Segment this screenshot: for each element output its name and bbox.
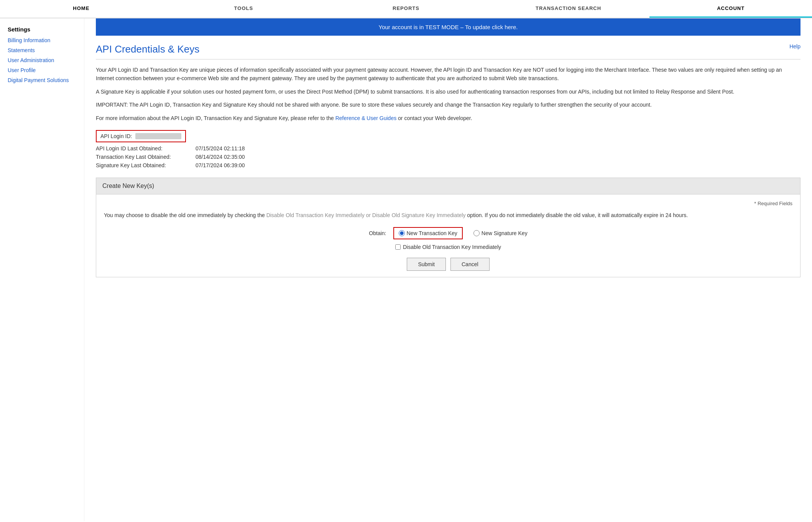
divider bbox=[96, 59, 800, 59]
sidebar-heading: Settings bbox=[8, 26, 76, 33]
nav-tools[interactable]: TOOLS bbox=[163, 0, 325, 18]
submit-button[interactable]: Submit bbox=[407, 258, 446, 271]
page-header: API Credentials & Keys Help bbox=[96, 43, 800, 55]
create-keys-body: * Required Fields You may choose to disa… bbox=[96, 194, 800, 277]
radio-new-tx-key[interactable] bbox=[399, 230, 405, 236]
api-login-id-box: API Login ID: bbox=[96, 130, 186, 142]
help-link[interactable]: Help bbox=[789, 43, 800, 49]
sig-key-last-row: Signature Key Last Obtained: 07/17/2024 … bbox=[96, 162, 800, 168]
info-section: API Login ID: API Login ID Last Obtained… bbox=[96, 130, 800, 168]
main-content: Your account is in TEST MODE – To update… bbox=[84, 18, 812, 521]
description-3: IMPORTANT: The API Login ID, Transaction… bbox=[96, 100, 800, 109]
disable-old-key-link[interactable]: Disable Old Transaction Key Immediately … bbox=[266, 212, 466, 218]
nav-account[interactable]: ACCOUNT bbox=[649, 0, 812, 18]
sidebar-item-billing[interactable]: Billing Information bbox=[8, 37, 76, 43]
sig-key-last-label: Signature Key Last Obtained: bbox=[96, 162, 196, 168]
description-4: For more information about the API Login… bbox=[96, 114, 800, 122]
required-fields-label: * Required Fields bbox=[104, 201, 792, 206]
disable-old-tx-key-checkbox[interactable] bbox=[395, 244, 401, 250]
radio-new-sig-key-label[interactable]: New Signature Key bbox=[473, 230, 528, 236]
nav-home[interactable]: HOME bbox=[0, 0, 163, 18]
tx-key-last-value: 08/14/2024 02:35:00 bbox=[196, 154, 245, 160]
new-transaction-key-box: New Transaction Key bbox=[393, 227, 463, 239]
nav-transaction-search[interactable]: TRANSACTION SEARCH bbox=[487, 0, 650, 18]
radio-new-sig-key[interactable] bbox=[473, 230, 480, 236]
api-login-last-value: 07/15/2024 02:11:18 bbox=[196, 145, 245, 151]
buttons-row: Submit Cancel bbox=[104, 258, 792, 271]
api-login-value-redacted bbox=[135, 133, 181, 139]
radio-new-tx-key-text: New Transaction Key bbox=[407, 230, 457, 236]
tx-key-last-label: Transaction Key Last Obtained: bbox=[96, 154, 196, 160]
description-2: A Signature Key is applicable if your so… bbox=[96, 87, 800, 96]
sidebar-item-statements[interactable]: Statements bbox=[8, 47, 76, 53]
create-keys-heading: Create New Key(s) bbox=[96, 178, 800, 194]
checkbox-row: Disable Old Transaction Key Immediately bbox=[104, 244, 792, 250]
obtain-label: Obtain: bbox=[369, 230, 386, 236]
description-1: Your API Login ID and Transaction Key ar… bbox=[96, 66, 800, 83]
api-login-label: API Login ID: bbox=[100, 133, 132, 139]
cancel-button[interactable]: Cancel bbox=[450, 258, 490, 271]
sidebar-item-user-admin[interactable]: User Administration bbox=[8, 57, 76, 63]
api-login-last-label: API Login ID Last Obtained: bbox=[96, 145, 196, 151]
obtain-row: Obtain: New Transaction Key New Signatur… bbox=[104, 227, 792, 239]
create-keys-description: You may choose to disable the old one im… bbox=[104, 211, 792, 219]
radio-new-tx-key-label[interactable]: New Transaction Key bbox=[399, 230, 457, 236]
top-navigation: HOME TOOLS REPORTS TRANSACTION SEARCH AC… bbox=[0, 0, 812, 18]
sig-key-last-value: 07/17/2024 06:39:00 bbox=[196, 162, 245, 168]
page-title: API Credentials & Keys bbox=[96, 43, 199, 55]
page-layout: Settings Billing Information Statements … bbox=[0, 18, 812, 521]
sidebar-item-digital-payment[interactable]: Digital Payment Solutions bbox=[8, 77, 76, 83]
sidebar-item-user-profile[interactable]: User Profile bbox=[8, 67, 76, 73]
test-mode-banner[interactable]: Your account is in TEST MODE – To update… bbox=[96, 18, 800, 36]
create-keys-section: Create New Key(s) * Required Fields You … bbox=[96, 178, 800, 277]
disable-old-tx-key-checkbox-label: Disable Old Transaction Key Immediately bbox=[403, 244, 501, 250]
api-login-last-row: API Login ID Last Obtained: 07/15/2024 0… bbox=[96, 145, 800, 151]
tx-key-last-row: Transaction Key Last Obtained: 08/14/202… bbox=[96, 154, 800, 160]
sidebar: Settings Billing Information Statements … bbox=[0, 18, 84, 521]
radio-new-sig-key-text: New Signature Key bbox=[482, 230, 528, 236]
nav-reports[interactable]: REPORTS bbox=[325, 0, 487, 18]
reference-guides-link[interactable]: Reference & User Guides bbox=[335, 115, 397, 121]
